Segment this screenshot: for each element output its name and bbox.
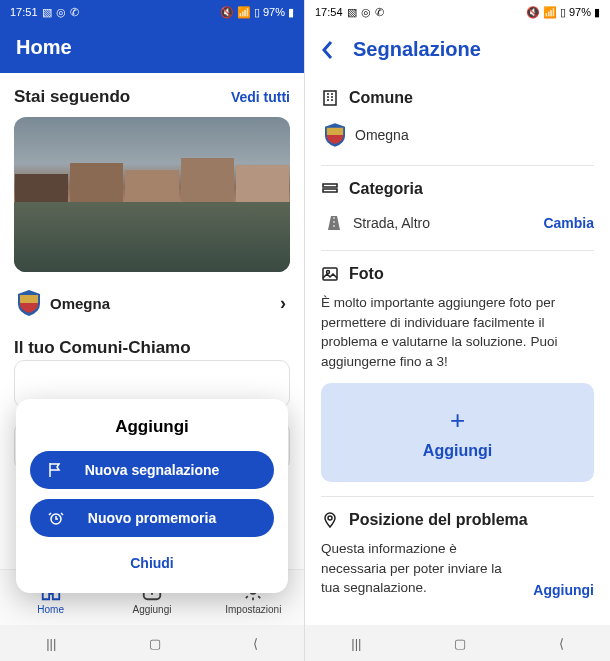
- wifi-icon: 📶: [543, 6, 557, 19]
- see-all-link[interactable]: Vedi tutti: [231, 89, 290, 105]
- nav-home-label: Home: [37, 604, 64, 615]
- status-bar: 17:51 ▧ ◎ ✆ 🔇 📶 ▯ 97% ▮: [0, 0, 304, 24]
- system-nav: ||| ▢ ⟨: [0, 625, 304, 661]
- battery-pct: 97%: [569, 6, 591, 18]
- detail-header-bar: Segnalazione: [305, 24, 610, 75]
- flag-icon: [48, 462, 64, 478]
- your-comuni-title: Il tuo Comuni-Chiamo: [14, 338, 290, 358]
- new-reminder-button[interactable]: Nuovo promemoria: [30, 499, 274, 537]
- back-button[interactable]: ⟨: [253, 636, 258, 651]
- city-name: Omegna: [50, 295, 270, 312]
- photo-icon: [321, 265, 339, 283]
- gallery-icon: ▧: [42, 6, 52, 19]
- add-modal: Aggiungi Nuova segnalazione Nuovo promem…: [16, 399, 288, 593]
- comune-row: Omegna: [321, 117, 594, 159]
- page-title: Segnalazione: [353, 38, 481, 61]
- system-nav: ||| ▢ ⟨: [305, 625, 610, 661]
- app-header: Home: [0, 24, 304, 73]
- city-row[interactable]: Omegna ›: [14, 282, 290, 324]
- foto-description: È molto importante aggiungere foto per p…: [321, 293, 594, 371]
- categoria-row: Strada, Altro Cambia: [321, 208, 594, 244]
- posizione-description: Questa informazione è necessaria per pot…: [321, 539, 523, 598]
- change-category-link[interactable]: Cambia: [543, 215, 594, 231]
- instagram-icon: ◎: [361, 6, 371, 19]
- city-shield-icon: [325, 123, 345, 147]
- instagram-icon: ◎: [56, 6, 66, 19]
- categoria-label: Categoria: [349, 180, 423, 198]
- whatsapp-icon: ✆: [70, 6, 79, 19]
- back-button[interactable]: ⟨: [559, 636, 564, 651]
- close-button[interactable]: Chiudi: [30, 547, 274, 579]
- posizione-label: Posizione del problema: [349, 511, 528, 529]
- modal-title: Aggiungi: [30, 417, 274, 437]
- plus-icon: +: [450, 405, 465, 436]
- svg-rect-4: [323, 184, 337, 187]
- road-icon: [325, 214, 343, 232]
- alarm-icon: [48, 510, 64, 526]
- mute-icon: 🔇: [526, 6, 540, 19]
- status-time: 17:54: [315, 6, 343, 18]
- recents-button[interactable]: |||: [351, 636, 361, 651]
- signal-icon: ▯: [254, 6, 260, 19]
- detail-content: Comune Omegna Categoria Strada, Altro Ca…: [305, 75, 610, 598]
- back-chevron-icon[interactable]: [321, 40, 335, 60]
- battery-icon: ▮: [288, 6, 294, 19]
- category-icon: [321, 180, 339, 198]
- add-photo-label: Aggiungi: [423, 442, 492, 460]
- svg-rect-6: [323, 268, 337, 280]
- comune-label: Comune: [349, 89, 413, 107]
- svg-rect-5: [323, 189, 337, 192]
- comune-value: Omegna: [355, 127, 594, 143]
- mute-icon: 🔇: [220, 6, 234, 19]
- report-screen: 17:54 ▧ ◎ ✆ 🔇 📶 ▯ 97% ▮ Segnalazione Com…: [305, 0, 610, 661]
- new-report-button[interactable]: Nuova segnalazione: [30, 451, 274, 489]
- add-photo-button[interactable]: + Aggiungi: [321, 383, 594, 482]
- whatsapp-icon: ✆: [375, 6, 384, 19]
- chevron-right-icon: ›: [280, 293, 286, 314]
- page-title: Home: [16, 36, 288, 59]
- city-photo[interactable]: [14, 117, 290, 272]
- foto-label: Foto: [349, 265, 384, 283]
- building-icon: [321, 89, 339, 107]
- svg-point-8: [328, 516, 332, 520]
- recents-button[interactable]: |||: [46, 636, 56, 651]
- home-button[interactable]: ▢: [149, 636, 161, 651]
- status-bar: 17:54 ▧ ◎ ✆ 🔇 📶 ▯ 97% ▮: [305, 0, 610, 24]
- home-button[interactable]: ▢: [454, 636, 466, 651]
- location-icon: [321, 511, 339, 529]
- gallery-icon: ▧: [347, 6, 357, 19]
- new-reminder-label: Nuovo promemoria: [88, 510, 216, 526]
- city-shield-icon: [18, 290, 40, 316]
- following-title: Stai seguendo: [14, 87, 130, 107]
- nav-add-label: Aggiungi: [133, 604, 172, 615]
- battery-icon: ▮: [594, 6, 600, 19]
- svg-rect-3: [324, 91, 336, 105]
- wifi-icon: 📶: [237, 6, 251, 19]
- add-position-link[interactable]: Aggiungi: [533, 582, 594, 598]
- battery-pct: 97%: [263, 6, 285, 18]
- signal-icon: ▯: [560, 6, 566, 19]
- categoria-value: Strada, Altro: [353, 215, 533, 231]
- nav-settings-label: Impostazioni: [225, 604, 281, 615]
- status-time: 17:51: [10, 6, 38, 18]
- home-screen: 17:51 ▧ ◎ ✆ 🔇 📶 ▯ 97% ▮ Home Stai seguen…: [0, 0, 305, 661]
- new-report-label: Nuova segnalazione: [85, 462, 220, 478]
